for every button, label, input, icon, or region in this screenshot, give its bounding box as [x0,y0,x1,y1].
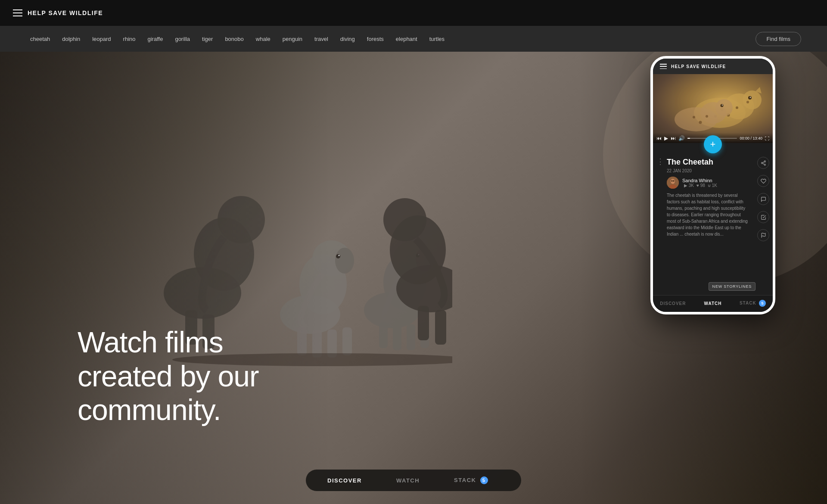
flag-button[interactable] [757,229,769,241]
top-bar: HELP SAVE WILDLIFE [0,0,827,26]
brand-name: HELP SAVE WILDLIFE [28,9,103,16]
card-actions [757,157,769,241]
hero-section: Watch films created by our community. DI… [0,52,827,504]
svg-point-45 [722,105,723,106]
card-date: 22 JAN 2020 [660,168,766,173]
bottom-tab-bar: DISCOVER WATCH STACK 5 [306,470,521,491]
nav-tag-tiger[interactable]: tiger [198,34,217,44]
hamburger-icon[interactable] [13,9,22,16]
hero-line-1: Watch films [78,326,223,358]
svg-point-48 [706,115,708,118]
logo-area: HELP SAVE WILDLIFE [13,9,103,16]
nav-tags: cheetah dolphin leopard rhino giraffe go… [26,34,755,44]
tab-watch[interactable]: WATCH [396,475,420,486]
svg-point-44 [721,104,724,107]
nav-tag-bonobo[interactable]: bonobo [221,34,248,44]
hero-line-3: community. [78,393,221,426]
find-films-button[interactable]: Find films [755,32,801,46]
svg-point-33 [743,90,762,109]
bookmark-stat: ⊌ 1K [708,183,717,188]
stack-badge: 5 [480,476,488,484]
nav-tag-gorilla[interactable]: gorilla [171,34,194,44]
svg-point-59 [673,180,675,182]
svg-line-53 [762,162,764,162]
svg-line-52 [762,163,764,164]
tab-discover[interactable]: DISCOVER [327,475,362,486]
hero-line-2: created by our [78,360,259,392]
author-stats: ▶ 3K ♥ 98 ⊌ 1K [684,183,717,188]
phone-brand-name: HELP SAVE WILDLIFE [671,64,726,69]
svg-point-37 [736,106,738,109]
nav-tag-elephant[interactable]: elephant [392,34,422,44]
phone-mockup: HELP SAVE WILDLIFE [650,56,775,314]
phone-tab-stack[interactable]: STACK 5 [733,300,773,307]
author-name: Sandra Whinn [682,178,717,183]
fab-add-button[interactable]: + [704,135,722,153]
svg-point-49 [764,161,765,162]
play-stat: ▶ 3K [684,183,694,188]
phone-tab-watch[interactable]: WATCH [693,301,733,306]
nav-tag-penguin[interactable]: penguin [278,34,307,44]
svg-point-40 [750,97,751,98]
phone-video-thumbnail: ⏮ ▶ ⏭ 🔊 00:00 / 13:40 ⛶ [653,74,773,143]
nav-tag-leopard[interactable]: leopard [88,34,115,44]
nav-bar: cheetah dolphin leopard rhino giraffe go… [0,26,827,52]
card-description: The cheetah is threatened by several fac… [660,192,766,237]
phone-bottom-tabs: DISCOVER WATCH STACK 5 [653,295,773,312]
nav-tag-rhino[interactable]: rhino [119,34,140,44]
author-avatar [667,177,679,189]
chat-button[interactable] [757,193,769,205]
card-author: Sandra Whinn ▶ 3K ♥ 98 ⊌ 1K [660,177,766,189]
nav-tag-diving[interactable]: diving [336,34,359,44]
fab-area: + [653,135,773,153]
nav-tag-forests[interactable]: forests [363,34,388,44]
phone-tab-discover[interactable]: DISCOVER [653,301,693,306]
nav-tag-turtles[interactable]: turtles [425,34,449,44]
svg-point-47 [699,121,702,124]
heart-stat: ♥ 98 [696,183,705,188]
phone-header: HELP SAVE WILDLIFE [653,59,773,74]
svg-point-46 [693,116,695,118]
heart-button[interactable] [757,175,769,187]
svg-point-50 [761,162,762,163]
phone-hamburger-icon[interactable] [660,64,667,69]
svg-point-43 [715,99,733,116]
nav-tag-giraffe[interactable]: giraffe [143,34,168,44]
nav-tag-dolphin[interactable]: dolphin [58,34,84,44]
svg-point-38 [746,101,749,103]
check-button[interactable] [757,211,769,223]
nav-tag-whale[interactable]: whale [252,34,275,44]
tab-stack[interactable]: STACK 5 [454,474,488,487]
share-button[interactable] [757,157,769,169]
card-menu-dots[interactable]: ⋮ [656,158,665,165]
new-storylines-badge[interactable]: NEW STORYLINES [709,282,755,291]
card-title: The Cheetah [660,157,766,167]
svg-point-51 [764,164,765,165]
hero-text: Watch films created by our community. [78,325,259,426]
svg-point-58 [672,180,673,182]
nav-tag-travel[interactable]: travel [310,34,333,44]
phone-card: ⋮ The Cheetah 22 JAN [653,157,773,295]
nav-tag-cheetah[interactable]: cheetah [26,34,54,44]
svg-point-56 [671,179,675,184]
phone-stack-badge: 5 [759,300,766,307]
